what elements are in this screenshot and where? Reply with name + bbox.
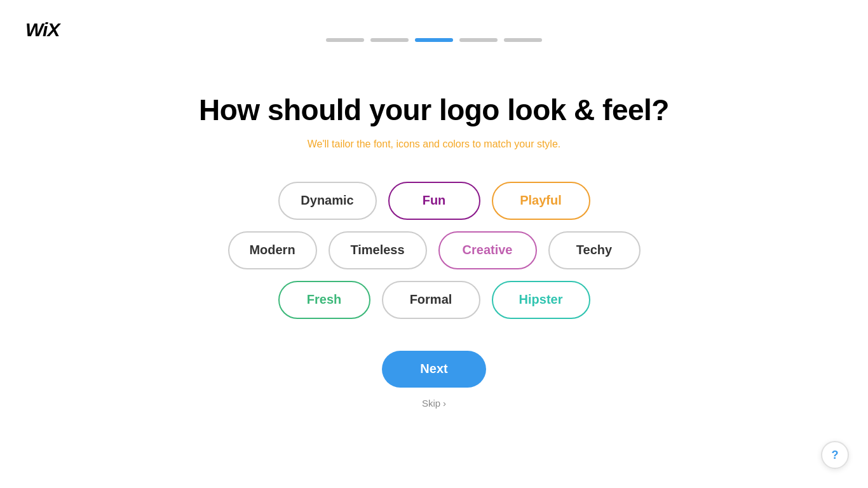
help-icon: ? [832, 449, 839, 462]
chip-fun[interactable]: Fun [388, 182, 480, 220]
help-button[interactable]: ? [821, 441, 849, 469]
style-options-container: Dynamic Fun Playful Modern Timeless Crea… [228, 182, 641, 319]
option-row-3: Fresh Formal Hipster [278, 281, 590, 319]
chip-dynamic[interactable]: Dynamic [278, 182, 377, 220]
progress-segment-1 [326, 38, 364, 42]
progress-bar [326, 38, 542, 42]
progress-segment-5 [504, 38, 542, 42]
chip-playful[interactable]: Playful [492, 182, 590, 220]
progress-segment-3 [415, 38, 453, 42]
wix-logo: WiX [25, 19, 59, 41]
chip-fresh[interactable]: Fresh [278, 281, 370, 319]
chip-timeless[interactable]: Timeless [329, 231, 427, 269]
chip-techy[interactable]: Techy [548, 231, 641, 269]
chip-creative[interactable]: Creative [438, 231, 537, 269]
option-row-2: Modern Timeless Creative Techy [228, 231, 641, 269]
wix-logo-text: WiX [25, 19, 59, 40]
option-row-1: Dynamic Fun Playful [278, 182, 590, 220]
page-subtitle: We'll tailor the font, icons and colors … [308, 139, 561, 150]
skip-link[interactable]: Skip › [422, 398, 446, 409]
page-title: How should your logo look & feel? [199, 93, 669, 127]
progress-segment-4 [459, 38, 498, 42]
chip-modern[interactable]: Modern [228, 231, 317, 269]
next-button[interactable]: Next [382, 351, 485, 388]
chip-formal[interactable]: Formal [382, 281, 480, 319]
skip-chevron-icon: › [443, 398, 446, 409]
skip-label: Skip [422, 398, 440, 409]
chip-hipster[interactable]: Hipster [492, 281, 590, 319]
progress-segment-2 [370, 38, 409, 42]
main-content: How should your logo look & feel? We'll … [0, 0, 868, 488]
